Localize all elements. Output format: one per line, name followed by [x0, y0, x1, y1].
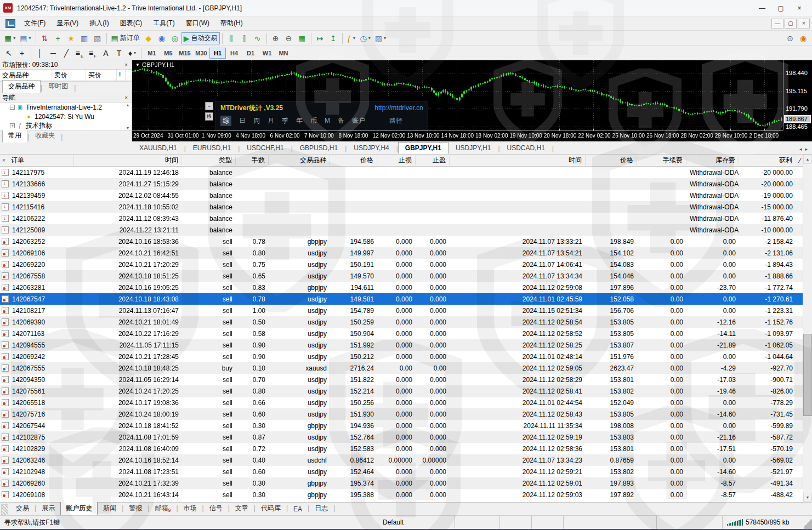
navigator-tab-1[interactable]: 收藏夹	[29, 129, 61, 143]
table-row[interactable]: 1420711632024.10.22 17:16:29sell0.58usdj…	[0, 328, 812, 339]
cursor-tool-button[interactable]: ↖	[2, 47, 15, 59]
timeframe-w1-button[interactable]: W1	[259, 48, 275, 59]
column-header-profit[interactable]: 获利	[739, 156, 796, 165]
chart-tab-gbpusd-h1[interactable]: GBPUSD,H1	[293, 142, 345, 154]
chart-tabs-scroll-right-icon[interactable]: ▸	[805, 146, 808, 152]
auto-scroll-button[interactable]: ↦	[314, 32, 327, 44]
text-tool-button[interactable]: A	[99, 47, 112, 59]
column-header-t1[interactable]: 时间	[74, 156, 182, 165]
market-watch-tab-0[interactable]: 交易品种	[2, 80, 41, 93]
timeframe-d1-button[interactable]: D1	[242, 48, 259, 59]
status-profile[interactable]: Default	[378, 516, 455, 529]
table-row[interactable]: 1420675552024.10.18 18:48:25buy0.10xauus…	[0, 362, 812, 374]
templates-button[interactable]: ▨▾	[373, 32, 388, 44]
terminal-tab-8[interactable]: 文章	[230, 501, 254, 515]
table-row[interactable]: 1421028752024.11.08 17:01:59sell0.87usdj…	[0, 431, 812, 443]
child-restore-button[interactable]: ▢	[785, 19, 797, 29]
mtdriver-tab-2[interactable]: 周	[253, 116, 260, 126]
profiles-button[interactable]: ▤▾	[18, 32, 33, 44]
scroll-thumb[interactable]	[803, 334, 812, 416]
chart-tab-usdjpy-h4[interactable]: USDJPY,H4	[347, 142, 396, 154]
table-row[interactable]: 1420675442024.10.18 18:41:52sell0.30gbpj…	[0, 420, 812, 431]
maximize-button[interactable]: ▢	[771, 2, 790, 14]
zoom-in-button[interactable]: ⊕	[269, 32, 282, 44]
market-watch-close-icon[interactable]: ×	[123, 62, 129, 68]
mtdriver-tab-9[interactable]: 账户	[352, 116, 365, 126]
terminal-tab-0[interactable]: 交易	[10, 501, 35, 515]
chart-tab-usdcad-h1[interactable]: USDCAD,H1	[500, 142, 552, 154]
mtdriver-tab-4[interactable]: 季	[282, 116, 288, 126]
community-button[interactable]: ◉	[155, 32, 168, 44]
terminal-tab-11[interactable]: 日志	[309, 501, 333, 515]
channel-tool-button[interactable]: ≡E	[73, 47, 86, 59]
mtdriver-tab-8[interactable]: 备	[338, 116, 344, 126]
chart-tab-usdjpy-h1[interactable]: USDJPY,H1	[448, 142, 498, 154]
resize-grip[interactable]	[804, 516, 812, 529]
market-watch-button[interactable]: ⇅	[38, 32, 52, 44]
column-header-swap[interactable]: 库存费	[686, 156, 739, 165]
terminal-tab-7[interactable]: 信号	[204, 501, 228, 515]
chart-tab-usdchf-h1[interactable]: USDCHF,H1	[240, 142, 291, 154]
table-row[interactable]: 1420692422024.10.21 17:28:45sell0.90usdj…	[0, 351, 812, 362]
periods-button[interactable]: ◷▾	[358, 32, 373, 44]
whats-new-button[interactable]: ◉	[797, 32, 810, 44]
terminal-tab-2[interactable]: 账户历史	[60, 501, 98, 515]
chart-tab-xauusd-h1[interactable]: XAUUSD,H1	[132, 142, 184, 154]
navigator-tab-0[interactable]: 常用	[2, 129, 27, 143]
scroll-down-icon[interactable]: ▼	[803, 493, 812, 502]
table-row[interactable]: 1420945552024.11.05 17:11:15sell0.90usdj…	[0, 339, 812, 351]
terminal-scrollbar[interactable]: ▲ ▼	[803, 155, 812, 502]
table-row[interactable]: 1420692602024.10.21 17:32:39sell0.30gbpj…	[0, 477, 812, 489]
terminal-tab-9[interactable]: 代码库	[255, 501, 286, 515]
autotrading-button[interactable]: ▶自动交易	[181, 32, 220, 44]
strategy-tester-button[interactable]: ▧	[91, 32, 104, 44]
table-row[interactable]: 1420675472024.10.18 18:43:08sell0.78usdj…	[0, 293, 812, 305]
mtdriver-url-link[interactable]: http://mtdriver.cn	[374, 104, 423, 112]
table-row[interactable]: 1420755612024.10.24 17:20:25sell0.80usdj…	[0, 385, 812, 397]
timeframe-m15-button[interactable]: M15	[177, 48, 193, 59]
table-row[interactable]: 1420943502024.11.05 16:29:14sell0.70usdj…	[0, 374, 812, 385]
indicators-button[interactable]: ƒ▾	[345, 32, 358, 44]
tree-expand-icon[interactable]: −	[10, 105, 15, 110]
table-row[interactable]: 1420692202024.10.21 17:20:29sell0.75usdj…	[0, 259, 812, 270]
navigator-scrollbar[interactable]: ▲▼	[124, 103, 131, 130]
menu-item-4[interactable]: 工具(T)	[147, 16, 180, 30]
mtdriver-tab-6[interactable]: 币	[310, 116, 317, 126]
bar-chart-button[interactable]: ⫼	[225, 32, 238, 44]
navigator-button[interactable]: ★	[65, 32, 78, 44]
navigator-item-2[interactable]: +ƒ技术指标	[0, 121, 132, 130]
table-row[interactable]: 1421154162024.11.18 10:55:02balanceWithd…	[0, 201, 812, 213]
table-row[interactable]: 1420655182024.10.17 19:08:36sell0.66usdj…	[0, 397, 812, 408]
market-watch-column-3[interactable]: !	[117, 70, 126, 81]
table-row[interactable]: 1420693902024.10.21 18:01:49sell0.50usdj…	[0, 316, 812, 328]
table-row[interactable]: 1420632462024.10.16 18:52:14sell0.40usdc…	[0, 454, 812, 466]
table-row[interactable]: 1421250892024.11.22 13:21:11balanceWithd…	[0, 224, 812, 236]
menu-item-1[interactable]: 显示(V)	[51, 16, 84, 30]
menu-item-5[interactable]: 窗口(W)	[180, 16, 215, 30]
minimize-button[interactable]: —	[753, 2, 771, 14]
column-header-lots[interactable]: 手数	[236, 156, 269, 165]
table-row[interactable]: 1421336662024.11.27 15:15:29balanceWithd…	[0, 178, 812, 190]
trendline-tool-button[interactable]: ╱	[60, 47, 73, 59]
column-header-sym[interactable]: 交易品种	[269, 156, 330, 165]
label-tool-button[interactable]: T	[112, 47, 126, 59]
column-header-comm[interactable]: 手续费	[637, 156, 686, 165]
market-watch-column-2[interactable]: 买价	[86, 70, 117, 81]
navigator-close-icon[interactable]: ×	[123, 95, 129, 101]
mtdriver-path-label[interactable]: 路径	[389, 116, 402, 126]
column-header-sl[interactable]: 止损	[377, 156, 416, 165]
child-close-button[interactable]: ×	[798, 19, 810, 29]
mtdriver-move-button[interactable]: 移	[205, 112, 213, 121]
mtdriver-tab-1[interactable]: 日	[239, 116, 246, 126]
fibonacci-tool-button[interactable]: ≡F	[86, 47, 99, 59]
terminal-tab-3[interactable]: 新闻	[98, 501, 122, 515]
line-chart-button[interactable]: ∿	[251, 32, 264, 44]
terminal-tab-6[interactable]: 市场	[178, 501, 202, 515]
column-header-t2[interactable]: 时间	[450, 156, 586, 165]
mtdriver-tab-5[interactable]: 年	[296, 116, 303, 126]
market-watch-column-1[interactable]: 卖价	[52, 70, 86, 81]
close-button[interactable]: ×	[790, 2, 809, 14]
data-window-button[interactable]: +	[52, 32, 65, 44]
tree-expand-icon[interactable]: +	[10, 123, 15, 128]
child-minimize-button[interactable]: —	[771, 19, 783, 29]
